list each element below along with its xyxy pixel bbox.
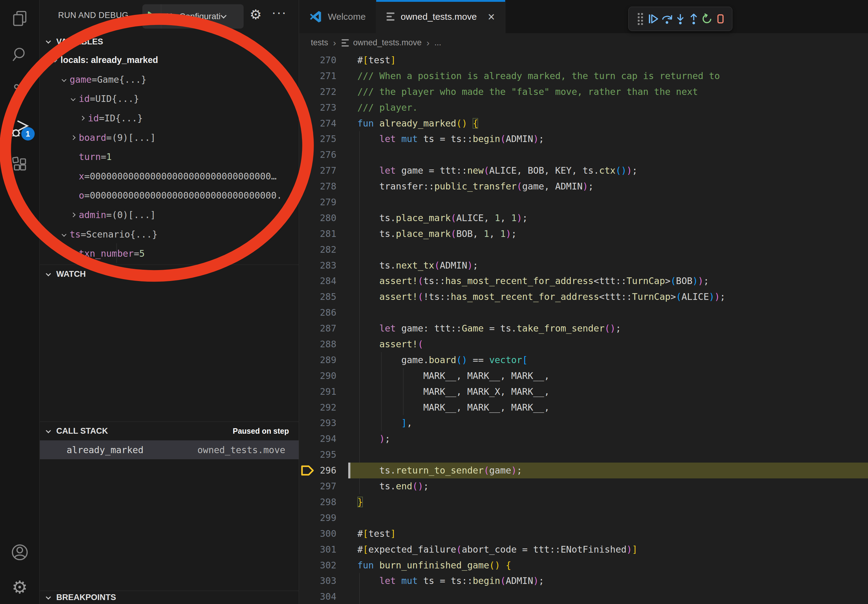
line-number[interactable]: 298 — [299, 494, 336, 510]
more-actions-icon[interactable]: ··· — [271, 5, 287, 20]
line-number[interactable]: 277 — [299, 163, 336, 178]
code-line-291[interactable]: 291 MARK__, MARK_X, MARK__, — [299, 384, 868, 400]
variable-row-id[interactable]: id = ID{...} — [40, 108, 299, 128]
line-number[interactable]: 282 — [299, 242, 336, 258]
line-number[interactable]: 275 — [299, 131, 336, 147]
line-number[interactable]: 278 — [299, 178, 336, 194]
code-line-301[interactable]: 301#[expected_failure(abort_code = ttt::… — [299, 542, 868, 558]
line-number[interactable]: 297 — [299, 479, 336, 494]
line-number[interactable]: 281 — [299, 226, 336, 242]
line-number[interactable]: 286 — [299, 305, 336, 321]
variable-row-id[interactable]: id = UID{...} — [40, 89, 299, 108]
line-number[interactable]: 304 — [299, 589, 336, 604]
account-icon[interactable] — [0, 534, 40, 570]
breakpoints-section-header[interactable]: BREAKPOINTS — [40, 591, 299, 604]
variable-row-turn[interactable]: turn = 1 — [40, 147, 299, 167]
code-line-294[interactable]: 294 ); — [299, 431, 868, 447]
line-number[interactable]: 289 — [299, 352, 336, 368]
code-line-296[interactable]: 296 ts.return_to_sender(game); — [299, 463, 868, 479]
watch-section-header[interactable]: WATCH — [40, 265, 299, 283]
code-line-274[interactable]: 274fun already_marked() { — [299, 116, 868, 132]
line-number[interactable]: 273 — [299, 100, 336, 116]
breadcrumb-item-symbol[interactable]: ... — [434, 38, 441, 48]
line-number[interactable]: 303 — [299, 573, 336, 589]
code-line-277[interactable]: 277 let game = ttt::new(ALICE, BOB, KEY,… — [299, 163, 868, 178]
step-into-icon[interactable] — [674, 12, 687, 26]
code-line-282[interactable]: 282 — [299, 242, 868, 258]
line-number[interactable]: 288 — [299, 336, 336, 352]
continue-icon[interactable] — [648, 12, 660, 26]
line-number[interactable]: 272 — [299, 84, 336, 100]
search-icon[interactable] — [0, 37, 40, 73]
code-line-300[interactable]: 300#[test] — [299, 526, 868, 542]
code-line-270[interactable]: 270#[test] — [299, 52, 868, 68]
line-number[interactable]: 285 — [299, 289, 336, 305]
line-number[interactable]: 287 — [299, 321, 336, 336]
variable-row-game[interactable]: game = Game{...} — [40, 70, 299, 90]
extensions-icon[interactable] — [0, 146, 40, 183]
code-line-278[interactable]: 278 transfer::public_transfer(game, ADMI… — [299, 178, 868, 194]
close-icon[interactable]: × — [488, 11, 495, 23]
variable-row-x[interactable]: x = 000000000000000000000000000000000… — [40, 167, 299, 186]
line-number[interactable]: 294 — [299, 431, 336, 447]
line-number[interactable]: 295 — [299, 447, 336, 463]
line-number[interactable]: 293 — [299, 415, 336, 431]
code-editor[interactable]: 270#[test]271/// When a position is alre… — [299, 52, 868, 604]
line-number[interactable]: 291 — [299, 384, 336, 400]
variables-section-header[interactable]: VARIABLES — [40, 33, 299, 51]
code-line-295[interactable]: 295 — [299, 447, 868, 463]
code-line-275[interactable]: 275 let mut ts = ts::begin(ADMIN); — [299, 131, 868, 147]
code-line-271[interactable]: 271/// When a position is already marked… — [299, 68, 868, 84]
code-line-288[interactable]: 288 assert!( — [299, 336, 868, 352]
code-line-272[interactable]: 272/// the player who made the "false" m… — [299, 84, 868, 100]
code-line-303[interactable]: 303 let mut ts = ts::begin(ADMIN); — [299, 573, 868, 589]
stop-icon[interactable] — [715, 12, 727, 26]
line-number[interactable]: 296 — [299, 463, 336, 479]
chevron-right-icon[interactable] — [76, 113, 88, 124]
line-number[interactable]: 270 — [299, 52, 336, 68]
code-line-304[interactable]: 304 — [299, 589, 868, 604]
chevron-right-icon[interactable] — [67, 132, 79, 143]
restart-icon[interactable] — [701, 12, 713, 26]
code-line-281[interactable]: 281 ts.place_mark(BOB, 1, 1); — [299, 226, 868, 242]
code-line-283[interactable]: 283 ts.next_tx(ADMIN); — [299, 258, 868, 273]
chevron-right-icon[interactable] — [67, 209, 79, 221]
debug-settings-gear-icon[interactable]: ⚙ — [250, 7, 262, 22]
code-line-279[interactable]: 279 — [299, 194, 868, 210]
code-line-284[interactable]: 284 assert!(ts::has_most_recent_for_addr… — [299, 273, 868, 289]
tab-welcome[interactable]: Welcome — [299, 0, 376, 33]
line-number[interactable]: 301 — [299, 542, 336, 558]
call-stack-section-header[interactable]: CALL STACK Paused on step — [40, 421, 299, 440]
variable-row-admin[interactable]: admin = (0)[...] — [40, 205, 299, 225]
chevron-down-icon[interactable] — [58, 228, 70, 240]
variable-row-o[interactable]: o = 0000000000000000000000000000000000. — [40, 186, 299, 205]
line-number[interactable]: 299 — [299, 510, 336, 526]
code-line-287[interactable]: 287 let game: ttt::Game = ts.take_from_s… — [299, 321, 868, 336]
code-line-286[interactable]: 286 — [299, 305, 868, 321]
code-line-297[interactable]: 297 ts.end(); — [299, 479, 868, 494]
breadcrumb-item-file[interactable]: owned_tests.move — [353, 38, 422, 48]
variable-row-ts[interactable]: ts = Scenario{...} — [40, 225, 299, 244]
start-debugging-icon[interactable] — [142, 4, 161, 29]
step-out-icon[interactable] — [688, 12, 700, 26]
line-number[interactable]: 276 — [299, 147, 336, 163]
line-number[interactable]: 284 — [299, 273, 336, 289]
settings-gear-icon[interactable]: ⚙ — [0, 570, 40, 604]
code-line-280[interactable]: 280 ts.place_mark(ALICE, 1, 1); — [299, 210, 868, 226]
line-number[interactable]: 300 — [299, 526, 336, 542]
launch-configuration-dropdown[interactable]: No Configurations — [142, 4, 243, 29]
call-stack-frame-row[interactable]: already_marked owned_tests.move — [40, 440, 299, 459]
variable-row-txn_number[interactable]: txn_number = 5 — [40, 244, 299, 263]
run-and-debug-icon[interactable]: 1 — [0, 110, 40, 146]
variable-row-board[interactable]: board = (9)[...] — [40, 128, 299, 147]
source-control-icon[interactable] — [0, 73, 40, 110]
line-number[interactable]: 271 — [299, 68, 336, 84]
code-line-299[interactable]: 299 — [299, 510, 868, 526]
chevron-down-icon[interactable] — [49, 54, 60, 66]
code-line-289[interactable]: 289 game.board() == vector[ — [299, 352, 868, 368]
code-line-276[interactable]: 276 — [299, 147, 868, 163]
line-number[interactable]: 274 — [299, 116, 336, 132]
code-line-290[interactable]: 290 MARK__, MARK__, MARK__, — [299, 368, 868, 384]
code-line-293[interactable]: 293 ], — [299, 415, 868, 431]
code-line-302[interactable]: 302fun burn_unfinished_game() { — [299, 558, 868, 573]
